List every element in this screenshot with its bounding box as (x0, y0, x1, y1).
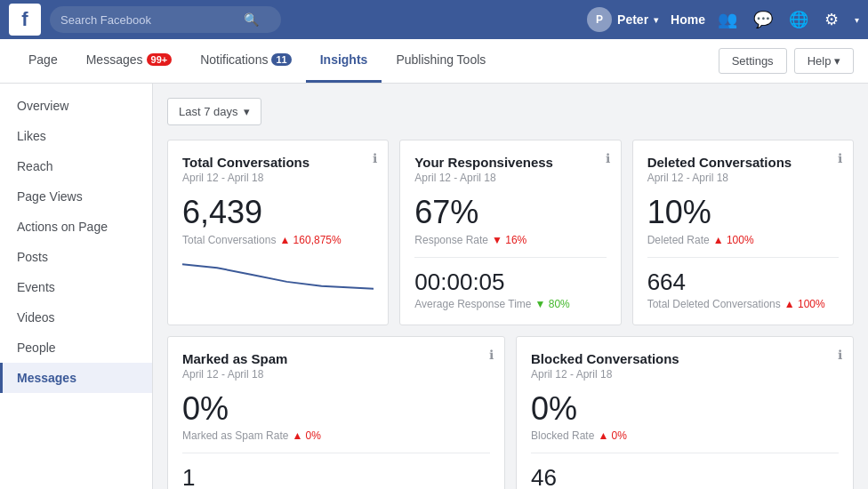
search-bar[interactable]: 🔍 (50, 6, 281, 33)
search-input[interactable] (60, 13, 238, 27)
card-sub-label: Total Conversations ▲ 160,875% (182, 234, 374, 246)
trend-indicator: ▼ 16% (492, 234, 526, 246)
chevron-down-icon-nav: ▾ (855, 15, 859, 25)
sidebar-item-people[interactable]: People (0, 333, 152, 363)
trend-indicator: ▲ 100% (713, 234, 754, 246)
sidebar-item-actions-on-page[interactable]: Actions on Page (0, 212, 152, 242)
main-content: Last 7 days ▾ ℹ Total Conversations Apri… (153, 84, 868, 489)
info-icon[interactable]: ℹ (373, 151, 377, 165)
chevron-down-icon: ▾ (244, 105, 250, 118)
secondary-trend-indicator: ▲ 100% (784, 298, 825, 310)
cards-row1: ℹ Total Conversations April 12 - April 1… (167, 140, 854, 325)
nav-messages[interactable]: Messages 99+ (72, 39, 186, 83)
cards-row2: ℹ Marked as Spam April 12 - April 18 0% … (167, 336, 854, 489)
card-title: Your Responsiveness (414, 155, 606, 170)
sidebar-item-likes[interactable]: Likes (0, 121, 152, 151)
secondary-sub-label: Total Deleted Conversations ▲ 100% (647, 298, 839, 310)
nav-page[interactable]: Page (14, 39, 72, 83)
secondary-value: 46 (531, 464, 839, 489)
secondary-value: 1 (182, 464, 490, 489)
card-title: Blocked Conversations (531, 351, 839, 366)
info-icon[interactable]: ℹ (838, 348, 842, 362)
user-name: Peter (617, 12, 648, 27)
sidebar: Overview Likes Reach Page Views Actions … (0, 84, 153, 489)
card-date: April 12 - April 18 (531, 368, 839, 381)
settings-button[interactable]: Settings (719, 48, 787, 74)
card-date: April 12 - April 18 (647, 172, 839, 184)
card-sub-label: Blocked Rate ▲ 0% (531, 429, 839, 442)
filter-label: Last 7 days (179, 105, 238, 118)
sidebar-item-videos[interactable]: Videos (0, 302, 152, 333)
info-icon[interactable]: ℹ (838, 151, 842, 165)
sidebar-item-reach[interactable]: Reach (0, 151, 152, 181)
secondary-value: 664 (647, 269, 839, 296)
card-date: April 12 - April 18 (182, 172, 374, 184)
mini-chart (182, 255, 374, 300)
card-title: Marked as Spam (182, 351, 490, 366)
info-icon[interactable]: ℹ (606, 151, 610, 165)
secondary-navigation: Page Messages 99+ Notifications 11 Insig… (0, 39, 868, 84)
messages-badge: 99+ (147, 53, 173, 66)
nav-user[interactable]: P Peter ▾ (587, 7, 658, 32)
main-layout: Overview Likes Reach Page Views Actions … (0, 84, 868, 489)
card-date: April 12 - April 18 (414, 172, 606, 184)
secondary-trend-indicator: ▼ 80% (535, 298, 570, 310)
messages-icon[interactable]: 💬 (753, 10, 773, 29)
info-icon[interactable]: ℹ (489, 348, 494, 362)
sidebar-item-events[interactable]: Events (0, 272, 152, 302)
trend-indicator: ▲ 0% (598, 429, 627, 442)
friends-icon[interactable]: 👥 (718, 10, 737, 29)
nav-notifications[interactable]: Notifications 11 (186, 39, 306, 83)
card-blocked-conversations: ℹ Blocked Conversations April 12 - April… (516, 336, 854, 489)
card-sub-label: Deleted Rate ▲ 100% (647, 234, 839, 246)
card-sub-label: Response Rate ▼ 16% (414, 234, 606, 246)
secondary-value: 00:00:05 (414, 269, 606, 296)
card-main-value: 10% (647, 195, 839, 230)
globe-icon[interactable]: 🌐 (789, 10, 808, 29)
sidebar-item-posts[interactable]: Posts (0, 242, 152, 272)
chevron-down-icon: ▾ (654, 15, 658, 25)
filter-bar: Last 7 days ▾ (167, 98, 854, 125)
card-date: April 12 - April 18 (182, 368, 490, 381)
sidebar-item-messages[interactable]: Messages (0, 363, 152, 393)
card-sub-label: Marked as Spam Rate ▲ 0% (182, 429, 490, 442)
card-total-conversations: ℹ Total Conversations April 12 - April 1… (167, 140, 389, 325)
nav-icons: 👥 💬 🌐 ⚙ ▾ (718, 10, 859, 29)
date-filter-button[interactable]: Last 7 days ▾ (167, 98, 261, 125)
card-main-value: 0% (531, 391, 839, 427)
search-icon: 🔍 (244, 12, 259, 27)
notifications-badge: 11 (271, 53, 291, 66)
card-title: Total Conversations (182, 155, 374, 170)
card-your-responsiveness: ℹ Your Responsiveness April 12 - April 1… (399, 140, 621, 325)
trend-indicator: ▲ 160,875% (279, 234, 341, 246)
card-main-value: 67% (414, 195, 606, 230)
trend-indicator: ▲ 0% (292, 429, 321, 442)
card-marked-as-spam: ℹ Marked as Spam April 12 - April 18 0% … (167, 336, 505, 489)
nav-publishing-tools[interactable]: Publishing Tools (382, 39, 500, 83)
card-deleted-conversations: ℹ Deleted Conversations April 12 - April… (632, 140, 854, 325)
help-button[interactable]: Help ▾ (794, 48, 854, 74)
settings-icon[interactable]: ⚙ (824, 10, 839, 29)
avatar: P (587, 7, 612, 32)
facebook-logo: f (9, 4, 41, 36)
secondary-nav-right: Settings Help ▾ (719, 48, 854, 74)
secondary-sub-label: Average Response Time ▼ 80% (414, 298, 606, 310)
card-main-value: 6,439 (182, 195, 374, 230)
sidebar-item-page-views[interactable]: Page Views (0, 181, 152, 212)
card-main-value: 0% (182, 391, 490, 427)
card-title: Deleted Conversations (647, 155, 839, 170)
nav-insights[interactable]: Insights (306, 39, 382, 83)
top-navigation: f 🔍 P Peter ▾ Home 👥 💬 🌐 ⚙ ▾ (0, 0, 868, 39)
home-link[interactable]: Home (671, 12, 705, 27)
sidebar-item-overview[interactable]: Overview (0, 91, 152, 121)
